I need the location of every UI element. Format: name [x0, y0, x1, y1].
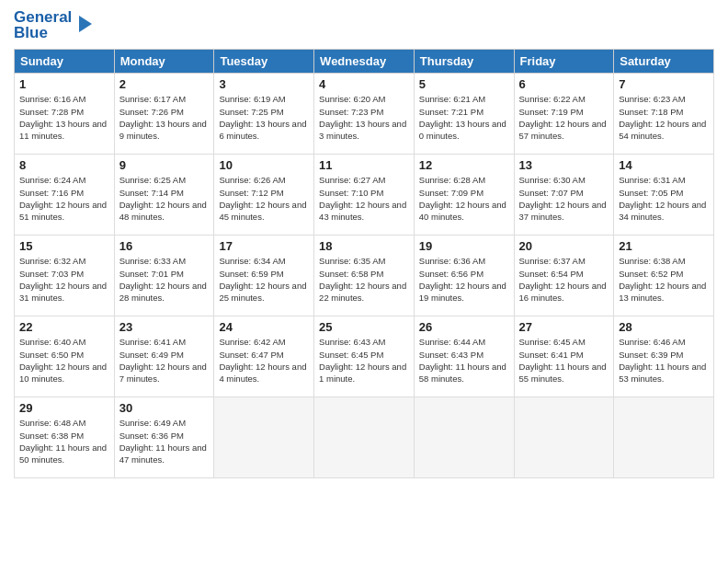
day-detail: Daylight: 13 hours and 3 minutes.: [319, 119, 406, 141]
logo-inner: General Blue: [14, 9, 94, 41]
day-detail: Sunrise: 6:40 AM: [19, 337, 85, 347]
table-row: 17Sunrise: 6:34 AMSunset: 6:59 PMDayligh…: [214, 236, 314, 316]
day-detail: Sunrise: 6:23 AM: [619, 94, 685, 104]
table-row: 24Sunrise: 6:42 AMSunset: 6:47 PMDayligh…: [214, 316, 314, 397]
day-detail: Daylight: 12 hours and 54 minutes.: [619, 119, 706, 141]
day-detail: Sunset: 7:07 PM: [519, 188, 584, 198]
day-number: 4: [319, 77, 409, 91]
table-row: 22Sunrise: 6:40 AMSunset: 6:50 PMDayligh…: [15, 316, 115, 397]
day-detail: Daylight: 11 hours and 55 minutes.: [519, 362, 607, 384]
table-row: 1Sunrise: 6:16 AMSunset: 7:28 PMDaylight…: [15, 74, 115, 155]
day-info: Sunrise: 6:44 AMSunset: 6:43 PMDaylight:…: [419, 336, 509, 385]
table-row: 4Sunrise: 6:20 AMSunset: 7:23 PMDaylight…: [314, 74, 415, 155]
table-row: 2Sunrise: 6:17 AMSunset: 7:26 PMDaylight…: [114, 74, 214, 155]
day-detail: Sunset: 7:26 PM: [119, 107, 184, 117]
table-row: [314, 397, 415, 478]
day-number: 29: [19, 401, 109, 415]
day-info: Sunrise: 6:45 AMSunset: 6:41 PMDaylight:…: [519, 336, 609, 385]
day-info: Sunrise: 6:23 AMSunset: 7:18 PMDaylight:…: [619, 93, 709, 142]
day-detail: Sunset: 6:59 PM: [219, 269, 283, 279]
day-detail: Sunrise: 6:19 AM: [219, 94, 285, 104]
day-detail: Sunrise: 6:33 AM: [119, 256, 186, 266]
day-detail: Sunset: 7:28 PM: [19, 107, 84, 117]
day-info: Sunrise: 6:46 AMSunset: 6:39 PMDaylight:…: [619, 336, 709, 385]
day-info: Sunrise: 6:24 AMSunset: 7:16 PMDaylight:…: [19, 174, 109, 223]
day-detail: Sunset: 7:21 PM: [419, 107, 483, 117]
day-number: 16: [119, 239, 210, 253]
day-number: 14: [619, 158, 709, 172]
day-detail: Sunrise: 6:45 AM: [519, 337, 586, 347]
day-detail: Sunset: 6:39 PM: [619, 350, 683, 360]
day-detail: Daylight: 12 hours and 37 minutes.: [519, 200, 607, 222]
day-detail: Sunset: 6:50 PM: [19, 350, 84, 360]
day-number: 1: [19, 77, 109, 91]
day-number: 2: [119, 77, 210, 91]
day-detail: Daylight: 12 hours and 31 minutes.: [19, 281, 107, 303]
day-detail: Daylight: 12 hours and 4 minutes.: [219, 362, 306, 384]
day-detail: Daylight: 12 hours and 43 minutes.: [319, 200, 406, 222]
table-row: [214, 397, 314, 478]
col-friday: Friday: [514, 50, 614, 74]
day-info: Sunrise: 6:42 AMSunset: 6:47 PMDaylight:…: [219, 336, 309, 385]
day-info: Sunrise: 6:41 AMSunset: 6:49 PMDaylight:…: [119, 336, 210, 385]
day-detail: Daylight: 12 hours and 1 minute.: [319, 362, 406, 384]
day-info: Sunrise: 6:36 AMSunset: 6:56 PMDaylight:…: [419, 255, 509, 304]
day-info: Sunrise: 6:26 AMSunset: 7:12 PMDaylight:…: [219, 174, 309, 223]
day-detail: Sunrise: 6:42 AM: [219, 337, 285, 347]
day-detail: Sunrise: 6:37 AM: [519, 256, 586, 266]
day-detail: Sunrise: 6:34 AM: [219, 256, 285, 266]
day-detail: Sunrise: 6:38 AM: [619, 256, 685, 266]
day-info: Sunrise: 6:22 AMSunset: 7:19 PMDaylight:…: [519, 93, 609, 142]
table-row: 12Sunrise: 6:28 AMSunset: 7:09 PMDayligh…: [414, 155, 514, 236]
day-number: 24: [219, 320, 309, 334]
calendar-week-row: 22Sunrise: 6:40 AMSunset: 6:50 PMDayligh…: [15, 316, 714, 397]
day-info: Sunrise: 6:31 AMSunset: 7:05 PMDaylight:…: [619, 174, 709, 223]
day-detail: Daylight: 12 hours and 40 minutes.: [419, 200, 506, 222]
table-row: 16Sunrise: 6:33 AMSunset: 7:01 PMDayligh…: [114, 236, 214, 316]
day-detail: Daylight: 13 hours and 9 minutes.: [119, 119, 207, 141]
day-detail: Sunrise: 6:44 AM: [419, 337, 485, 347]
table-row: 6Sunrise: 6:22 AMSunset: 7:19 PMDaylight…: [514, 74, 614, 155]
day-detail: Sunrise: 6:16 AM: [19, 94, 85, 104]
calendar-week-row: 15Sunrise: 6:32 AMSunset: 7:03 PMDayligh…: [15, 236, 714, 316]
day-detail: Daylight: 13 hours and 0 minutes.: [419, 119, 506, 141]
day-number: 6: [519, 77, 609, 91]
day-detail: Daylight: 12 hours and 19 minutes.: [419, 281, 506, 303]
day-detail: Sunrise: 6:46 AM: [619, 337, 685, 347]
day-detail: Daylight: 12 hours and 51 minutes.: [19, 200, 107, 222]
day-detail: Sunset: 6:54 PM: [519, 269, 584, 279]
day-number: 22: [19, 320, 109, 334]
day-detail: Sunset: 6:47 PM: [219, 350, 283, 360]
day-detail: Sunset: 6:52 PM: [619, 269, 683, 279]
table-row: 20Sunrise: 6:37 AMSunset: 6:54 PMDayligh…: [514, 236, 614, 316]
table-row: [414, 397, 514, 478]
logo: General Blue: [14, 9, 94, 41]
day-number: 15: [19, 239, 109, 253]
day-number: 10: [219, 158, 309, 172]
day-detail: Daylight: 12 hours and 13 minutes.: [619, 281, 706, 303]
day-detail: Sunrise: 6:20 AM: [319, 94, 385, 104]
day-info: Sunrise: 6:30 AMSunset: 7:07 PMDaylight:…: [519, 174, 609, 223]
calendar-week-row: 8Sunrise: 6:24 AMSunset: 7:16 PMDaylight…: [15, 155, 714, 236]
day-detail: Sunrise: 6:22 AM: [519, 94, 586, 104]
day-detail: Sunset: 7:14 PM: [119, 188, 184, 198]
day-number: 26: [419, 320, 509, 334]
day-info: Sunrise: 6:37 AMSunset: 6:54 PMDaylight:…: [519, 255, 609, 304]
day-info: Sunrise: 6:34 AMSunset: 6:59 PMDaylight:…: [219, 255, 309, 304]
day-info: Sunrise: 6:43 AMSunset: 6:45 PMDaylight:…: [319, 336, 409, 385]
svg-marker-0: [79, 16, 92, 32]
day-detail: Sunset: 7:10 PM: [319, 188, 383, 198]
day-detail: Sunrise: 6:21 AM: [419, 94, 485, 104]
table-row: 19Sunrise: 6:36 AMSunset: 6:56 PMDayligh…: [414, 236, 514, 316]
table-row: 10Sunrise: 6:26 AMSunset: 7:12 PMDayligh…: [214, 155, 314, 236]
logo-blue-text: Blue: [14, 25, 72, 42]
table-row: 29Sunrise: 6:48 AMSunset: 6:38 PMDayligh…: [15, 397, 115, 478]
table-row: 11Sunrise: 6:27 AMSunset: 7:10 PMDayligh…: [314, 155, 415, 236]
day-detail: Daylight: 12 hours and 34 minutes.: [619, 200, 706, 222]
day-detail: Daylight: 12 hours and 45 minutes.: [219, 200, 306, 222]
col-wednesday: Wednesday: [314, 50, 415, 74]
logo-arrow-icon: [74, 14, 94, 34]
day-detail: Sunrise: 6:27 AM: [319, 175, 385, 185]
table-row: 21Sunrise: 6:38 AMSunset: 6:52 PMDayligh…: [614, 236, 714, 316]
table-row: 15Sunrise: 6:32 AMSunset: 7:03 PMDayligh…: [15, 236, 115, 316]
